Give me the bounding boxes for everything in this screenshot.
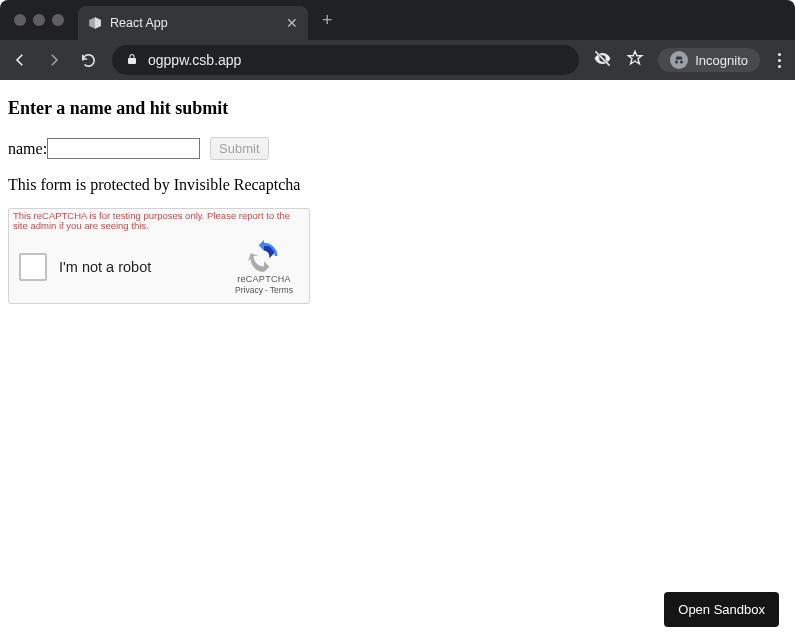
eye-off-icon[interactable] bbox=[593, 49, 612, 72]
browser-toolbar: ogppw.csb.app Incognito bbox=[0, 40, 795, 80]
maximize-window-dot[interactable] bbox=[52, 14, 64, 26]
recaptcha-branding: reCAPTCHA Privacy-Terms bbox=[229, 240, 299, 295]
incognito-label: Incognito bbox=[695, 53, 748, 68]
minimize-window-dot[interactable] bbox=[33, 14, 45, 26]
browser-menu-button[interactable] bbox=[774, 53, 785, 68]
tab-favicon-icon bbox=[88, 16, 102, 30]
address-text: ogppw.csb.app bbox=[148, 52, 241, 68]
tab-close-icon[interactable]: ✕ bbox=[286, 15, 298, 31]
browser-tab[interactable]: React App ✕ bbox=[78, 6, 308, 40]
open-sandbox-button[interactable]: Open Sandbox bbox=[664, 592, 779, 627]
recaptcha-checkbox[interactable] bbox=[19, 253, 47, 281]
recaptcha-privacy-link[interactable]: Privacy bbox=[235, 285, 263, 295]
form-row: name: Submit bbox=[8, 137, 787, 160]
lock-icon bbox=[126, 53, 138, 68]
reload-button[interactable] bbox=[78, 50, 98, 70]
recaptcha-logo-icon bbox=[248, 240, 280, 272]
tab-title: React App bbox=[110, 16, 278, 30]
new-tab-button[interactable]: + bbox=[322, 10, 333, 31]
browser-chrome: React App ✕ + ogppw.csb.app bbox=[0, 0, 795, 80]
submit-button[interactable]: Submit bbox=[210, 137, 268, 160]
recaptcha-widget: This reCAPTCHA is for testing purposes o… bbox=[8, 208, 310, 304]
name-label: name: bbox=[8, 140, 47, 158]
page-heading: Enter a name and hit submit bbox=[8, 98, 787, 119]
recaptcha-warning: This reCAPTCHA is for testing purposes o… bbox=[9, 209, 309, 232]
back-button[interactable] bbox=[10, 50, 30, 70]
recaptcha-body: I'm not a robot reCAPTCHA Privacy-Terms bbox=[9, 232, 309, 303]
forward-button[interactable] bbox=[44, 50, 64, 70]
page-content: Enter a name and hit submit name: Submit… bbox=[0, 80, 795, 312]
recaptcha-terms-link[interactable]: Terms bbox=[270, 285, 293, 295]
bookmark-star-icon[interactable] bbox=[626, 49, 644, 71]
recaptcha-brand: reCAPTCHA bbox=[237, 274, 291, 284]
toolbar-right: Incognito bbox=[593, 48, 785, 72]
recaptcha-text: I'm not a robot bbox=[59, 259, 229, 275]
incognito-badge[interactable]: Incognito bbox=[658, 48, 760, 72]
recaptcha-links: Privacy-Terms bbox=[235, 285, 293, 295]
close-window-dot[interactable] bbox=[14, 14, 26, 26]
window-controls[interactable] bbox=[0, 14, 78, 26]
titlebar: React App ✕ + bbox=[0, 0, 795, 40]
incognito-icon bbox=[670, 51, 688, 69]
protection-note: This form is protected by Invisible Reca… bbox=[8, 176, 787, 194]
name-input[interactable] bbox=[47, 138, 200, 159]
address-bar[interactable]: ogppw.csb.app bbox=[112, 45, 579, 75]
